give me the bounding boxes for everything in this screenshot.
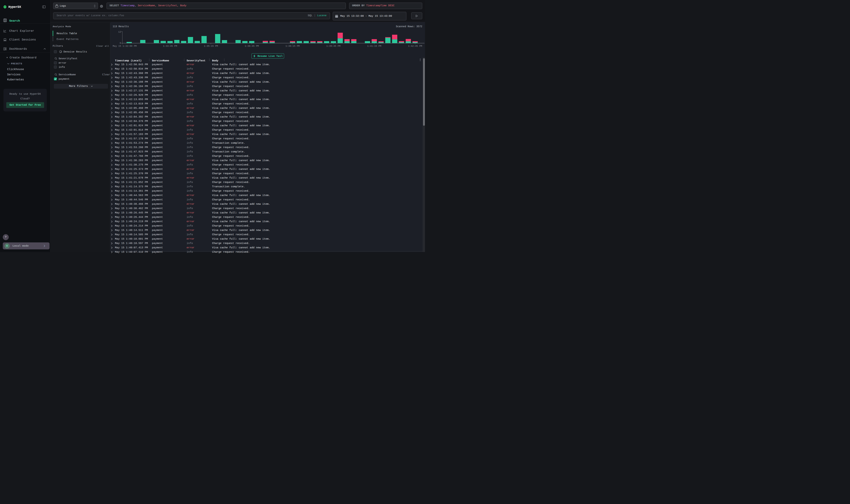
svg-text:1:42:45 PM: 1:42:45 PM — [408, 45, 422, 48]
svg-text:1:41:15 PM: 1:41:15 PM — [367, 45, 381, 48]
svg-text:1:35:15 PM: 1:35:15 PM — [204, 45, 218, 48]
svg-text:1:36:45 PM: 1:36:45 PM — [245, 45, 259, 48]
svg-text:12: 12 — [118, 31, 121, 33]
svg-text:1:33:45 PM: 1:33:45 PM — [163, 45, 177, 48]
svg-text:May 15 1:32:00 PM: May 15 1:32:00 PM — [113, 45, 137, 48]
svg-text:0: 0 — [120, 42, 121, 44]
svg-text:1:39:45 PM: 1:39:45 PM — [326, 45, 340, 48]
svg-text:1:38:15 PM: 1:38:15 PM — [286, 45, 300, 48]
